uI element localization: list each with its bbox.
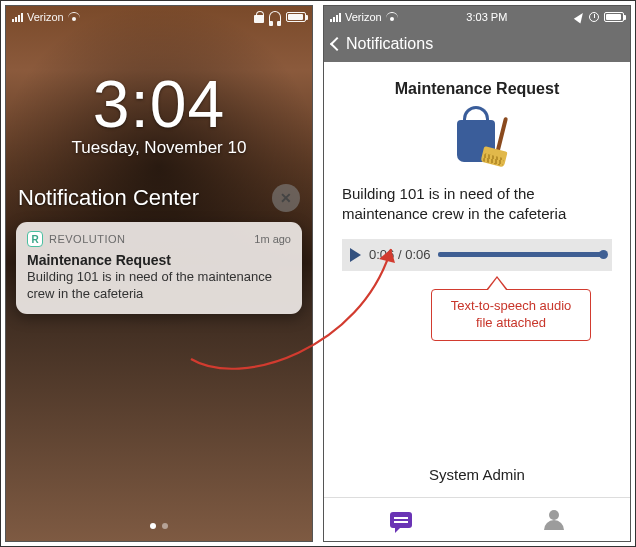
notification-app-name: REVOLUTION (49, 233, 126, 245)
nav-title: Notifications (346, 35, 433, 53)
battery-icon (604, 12, 624, 22)
lock-screen-phone: Verizon 3:04 Tuesday, November 10 Notifi… (5, 5, 313, 542)
alarm-icon (589, 12, 599, 22)
sender-label: System Admin (324, 466, 630, 483)
app-badge-icon: R (27, 231, 43, 247)
notification-title: Maintenance Request (27, 252, 291, 268)
status-bar: Verizon (6, 6, 312, 26)
annotation-text: Text-to-speech audio file attached (451, 298, 572, 330)
signal-icon (12, 13, 23, 22)
back-button[interactable]: Notifications (332, 35, 433, 53)
status-bar: Verizon 3:03 PM (324, 6, 630, 26)
close-button[interactable]: ✕ (272, 184, 300, 212)
clock-time: 3:04 (6, 66, 312, 142)
notification-body: Building 101 is in need of the maintenan… (27, 269, 291, 303)
notification-message: Building 101 is in need of the maintenan… (342, 184, 612, 225)
chevron-left-icon (330, 37, 344, 51)
lock-icon (254, 11, 264, 23)
page-title: Maintenance Request (395, 80, 559, 98)
battery-icon (286, 12, 306, 22)
lock-clock: 3:04 Tuesday, November 10 (6, 66, 312, 158)
app-detail-phone: Verizon 3:03 PM Notifications Maintenanc… (323, 5, 631, 542)
headphones-icon (269, 11, 281, 23)
carrier-label: Verizon (345, 11, 382, 23)
wifi-icon (386, 12, 398, 22)
nav-bar: Notifications (324, 26, 630, 62)
maintenance-icon (457, 116, 497, 162)
tab-bar (324, 497, 630, 541)
tab-messages[interactable] (324, 498, 477, 541)
annotation-callout: Text-to-speech audio file attached (431, 289, 591, 341)
status-time: 3:03 PM (402, 11, 572, 23)
notification-center-title: Notification Center (18, 185, 199, 211)
signal-icon (330, 13, 341, 22)
person-icon (544, 510, 564, 530)
close-icon: ✕ (280, 190, 292, 206)
play-icon[interactable] (350, 248, 361, 262)
audio-time: 0:06 / 0:06 (369, 247, 430, 262)
tab-profile[interactable] (477, 498, 630, 541)
carrier-label: Verizon (27, 11, 64, 23)
chat-icon (390, 512, 412, 528)
audio-progress-track[interactable] (438, 252, 604, 257)
notification-card[interactable]: R REVOLUTION 1m ago Maintenance Request … (16, 222, 302, 314)
audio-player[interactable]: 0:06 / 0:06 (342, 239, 612, 271)
location-icon (574, 11, 586, 24)
clock-date: Tuesday, November 10 (6, 138, 312, 158)
page-indicator (6, 515, 312, 533)
wifi-icon (68, 12, 80, 22)
notification-age: 1m ago (254, 233, 291, 245)
broom-icon (493, 116, 497, 162)
